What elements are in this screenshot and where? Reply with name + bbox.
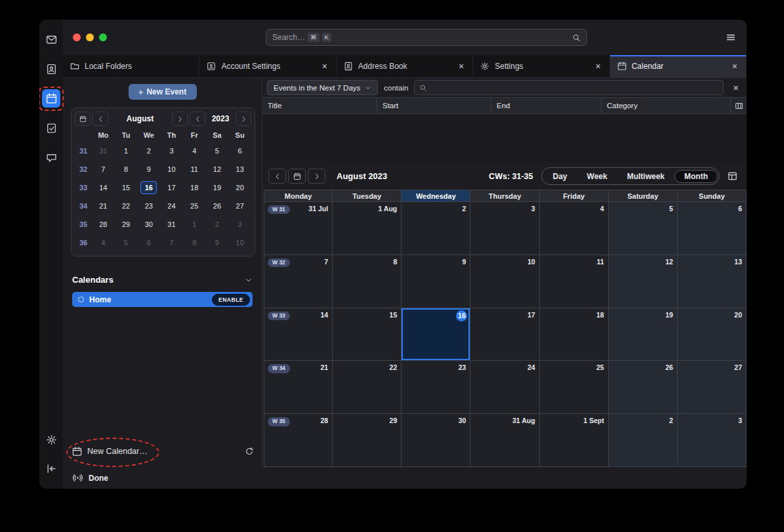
mini-cal-day[interactable]: 15 [118, 181, 134, 194]
mini-cal-day[interactable]: 20 [232, 181, 248, 194]
month-day-cell[interactable]: 31 Aug [470, 414, 539, 467]
mini-cal-day[interactable]: 27 [232, 199, 248, 213]
mini-cal-day[interactable]: 1 [186, 218, 203, 231]
filter-search-input[interactable] [431, 83, 718, 93]
mini-cal-day[interactable]: 1 [118, 144, 134, 157]
mini-cal-day[interactable]: 13 [232, 163, 248, 176]
month-day-cell[interactable]: 18 [540, 308, 609, 361]
app-menu-button[interactable] [726, 32, 736, 43]
mini-cal-day[interactable]: 3 [163, 144, 180, 157]
mini-cal-day[interactable]: 14 [95, 181, 112, 194]
sidebar-item-mail[interactable] [42, 30, 60, 49]
month-day-cell[interactable]: 2 [402, 202, 470, 255]
mini-cal-day[interactable]: 5 [118, 236, 134, 249]
month-day-cell[interactable]: 30 [402, 414, 470, 467]
new-calendar-button[interactable]: New Calendar… [87, 447, 148, 456]
month-day-cell[interactable]: 17 [470, 308, 539, 361]
mini-cal-day[interactable]: 10 [232, 236, 248, 249]
mini-cal-day[interactable]: 18 [186, 181, 203, 194]
mini-cal-day[interactable]: 5 [209, 144, 225, 157]
mini-cal-day[interactable]: 4 [186, 144, 203, 157]
month-day-cell[interactable]: 3 [470, 202, 539, 255]
mini-cal-day[interactable]: 11 [186, 163, 203, 176]
tab-close-icon[interactable]: × [731, 61, 739, 72]
mini-cal-day[interactable]: 24 [163, 199, 180, 213]
month-day-cell[interactable]: 23 [402, 361, 470, 414]
month-day-cell[interactable]: 20 [678, 308, 747, 361]
mini-cal-day[interactable]: 21 [95, 199, 112, 213]
today-button[interactable] [288, 169, 306, 184]
enable-badge[interactable]: ENABLE [212, 294, 250, 306]
mini-cal-next-month-button[interactable] [172, 112, 188, 126]
mini-cal-day[interactable]: 7 [95, 163, 112, 176]
tab-address-book[interactable]: Address Book× [337, 55, 473, 77]
month-day-cell[interactable]: 4 [540, 202, 609, 255]
tab-close-icon[interactable]: × [594, 61, 602, 72]
column-picker-icon[interactable] [731, 98, 747, 113]
next-period-button[interactable] [308, 169, 325, 184]
month-day-cell[interactable]: 8 [333, 255, 402, 308]
mini-cal-next-year-button[interactable] [236, 112, 251, 126]
new-event-button[interactable]: + New Event [129, 84, 197, 100]
mini-cal-prev-month-button[interactable] [93, 112, 108, 126]
calendar-list-item[interactable]: HomeENABLE [72, 292, 253, 307]
column-header-title[interactable]: Title [262, 98, 377, 113]
month-day-cell[interactable]: 15 [333, 308, 402, 361]
view-tab-multiweek[interactable]: Multiweek [617, 170, 674, 183]
mini-cal-day[interactable]: 2 [209, 218, 225, 231]
mini-cal-day[interactable]: 3 [232, 218, 248, 231]
tab-close-icon[interactable]: × [457, 61, 465, 72]
mini-cal-day[interactable]: 12 [209, 163, 225, 176]
sync-icon[interactable] [245, 447, 254, 456]
month-day-cell[interactable]: 12 [609, 255, 678, 308]
mini-cal-day[interactable]: 8 [118, 163, 134, 176]
column-header-category[interactable]: Category [602, 98, 731, 113]
mini-cal-day[interactable]: 6 [232, 144, 248, 157]
column-header-end[interactable]: End [491, 98, 602, 113]
calendars-section-header[interactable]: Calendars [72, 275, 253, 285]
close-window-button[interactable] [73, 33, 81, 41]
month-day-cell[interactable]: 22 [333, 361, 402, 414]
month-day-cell[interactable]: 2 [609, 414, 678, 467]
minimize-window-button[interactable] [86, 33, 94, 41]
mini-cal-day[interactable]: 9 [140, 163, 157, 176]
mini-cal-day[interactable]: 19 [209, 181, 225, 194]
mini-cal-day[interactable]: 25 [186, 199, 203, 213]
tab-settings[interactable]: Settings× [473, 55, 609, 77]
global-search-bar[interactable]: Search… ⌘ K [266, 29, 587, 46]
sidebar-item-collapse[interactable] [42, 459, 60, 478]
mini-cal-day[interactable]: 22 [118, 199, 134, 213]
month-day-cell[interactable]: 1 Aug [333, 202, 402, 255]
mini-cal-day[interactable]: 28 [95, 218, 112, 231]
prev-period-button[interactable] [268, 169, 286, 184]
close-filter-icon[interactable]: × [733, 83, 739, 92]
month-day-cell[interactable]: W 3421 [264, 361, 333, 414]
month-day-cell[interactable]: 25 [540, 361, 609, 414]
mini-cal-day[interactable]: 17 [163, 181, 180, 194]
month-day-cell[interactable]: W 3314 [264, 308, 333, 361]
month-day-cell[interactable]: W 3528 [264, 414, 333, 467]
view-tab-week[interactable]: Week [577, 170, 617, 183]
month-day-cell[interactable]: 11 [540, 255, 609, 308]
mini-cal-day[interactable]: 31 [95, 144, 112, 157]
month-day-cell[interactable]: 16 [402, 308, 470, 361]
month-day-cell[interactable]: 26 [609, 361, 678, 414]
mini-cal-day[interactable]: 16 [140, 181, 157, 194]
sidebar-item-address-book[interactable] [42, 60, 60, 78]
mini-cal-day[interactable]: 8 [186, 236, 203, 249]
tab-calendar[interactable]: Calendar× [610, 55, 747, 77]
mini-cal-prev-year-button[interactable] [190, 112, 205, 126]
sidebar-item-tasks[interactable] [42, 119, 60, 137]
tab-local-folders[interactable]: Local Folders [63, 55, 199, 77]
view-tab-day[interactable]: Day [543, 170, 577, 183]
event-range-dropdown[interactable]: Events in the Next 7 Days [267, 80, 378, 95]
tab-close-icon[interactable]: × [321, 61, 329, 72]
mini-cal-day[interactable]: 4 [95, 236, 112, 249]
grid-view-icon[interactable] [728, 171, 737, 181]
month-day-cell[interactable]: W 327 [264, 255, 333, 308]
month-day-cell[interactable]: 13 [678, 255, 747, 308]
month-day-cell[interactable]: 1 Sept [540, 414, 609, 467]
mini-cal-today-button[interactable] [75, 112, 91, 126]
sidebar-item-calendar[interactable] [42, 89, 60, 108]
tab-account-settings[interactable]: Account Settings× [199, 55, 336, 77]
